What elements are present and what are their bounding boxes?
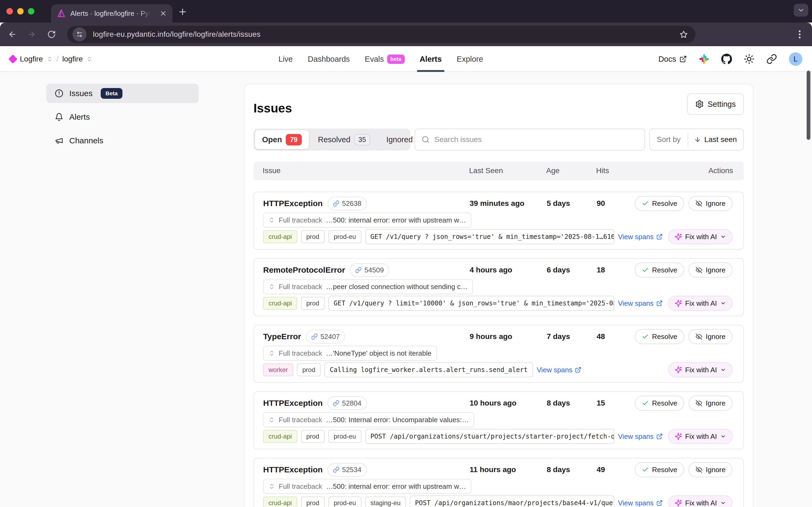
tag[interactable]: prod xyxy=(301,497,325,507)
issue-last-seen: 4 hours ago xyxy=(470,266,512,274)
tab-search-button[interactable] xyxy=(794,4,808,17)
traceback-toggle[interactable]: Full traceback …peer closed connection w… xyxy=(263,279,473,294)
tag[interactable]: prod xyxy=(301,230,325,243)
chevrons-up-down-icon[interactable] xyxy=(47,56,53,62)
nav-evals[interactable]: Evals beta xyxy=(365,46,404,72)
url-bar[interactable]: logfire-eu.pydantic.info/logfire/logfire… xyxy=(67,26,696,43)
link-icon xyxy=(333,200,339,207)
sidebar-item-alerts[interactable]: Alerts xyxy=(46,107,199,127)
column-actions: Actions xyxy=(708,166,733,175)
reload-button[interactable] xyxy=(47,30,56,39)
tab-close-icon[interactable] xyxy=(160,10,167,17)
issue-id-link[interactable]: 52534 xyxy=(328,463,367,477)
share-link-icon[interactable] xyxy=(766,54,777,64)
issue-title: RemoteProtocolError xyxy=(263,266,345,275)
link-icon xyxy=(333,466,339,473)
issue-id-link[interactable]: 52804 xyxy=(328,396,367,410)
fix-with-ai-button[interactable]: Fix with AI xyxy=(668,496,733,507)
nav-live[interactable]: Live xyxy=(278,46,293,72)
issue-hits: 15 xyxy=(597,399,605,407)
sort-by-label: Sort by xyxy=(650,135,688,144)
sort-control[interactable]: Sort by Last seen xyxy=(649,128,744,151)
resolve-button[interactable]: Resolve xyxy=(635,329,684,344)
github-icon[interactable] xyxy=(721,54,732,64)
slack-icon[interactable] xyxy=(699,54,709,64)
tag[interactable]: prod-eu xyxy=(328,497,362,507)
tab-resolved[interactable]: Resolved 35 xyxy=(311,130,377,149)
traceback-toggle[interactable]: Full traceback …'NoneType' object is not… xyxy=(263,346,437,361)
settings-button[interactable]: Settings xyxy=(687,94,744,115)
sidebar-item-channels[interactable]: Channels xyxy=(46,131,199,150)
tag[interactable]: crud-api xyxy=(263,297,297,310)
docs-link[interactable]: Docs xyxy=(658,55,687,64)
fix-with-ai-button[interactable]: Fix with AI xyxy=(668,362,733,377)
page-scrollbar[interactable] xyxy=(807,71,810,140)
org-switcher[interactable]: Logfire xyxy=(20,55,43,63)
traceback-toggle[interactable]: Full traceback …500: internal error: err… xyxy=(263,213,471,228)
tag[interactable]: prod-eu xyxy=(328,230,362,243)
resolve-button[interactable]: Resolve xyxy=(635,462,684,477)
nav-dashboards[interactable]: Dashboards xyxy=(308,46,349,72)
browser-tab[interactable]: Alerts · logfire/logfire · Pydant xyxy=(51,4,172,22)
search-input[interactable] xyxy=(434,135,638,144)
issue-age: 6 days xyxy=(547,266,570,274)
traffic-close-button[interactable] xyxy=(6,8,13,14)
forward-button[interactable] xyxy=(28,30,36,39)
eye-off-icon xyxy=(696,200,702,207)
tag[interactable]: worker xyxy=(263,363,293,376)
tag[interactable]: crud-api xyxy=(263,497,297,507)
nav-explore[interactable]: Explore xyxy=(457,46,483,72)
sort-value[interactable]: Last seen xyxy=(688,135,743,144)
ignore-button[interactable]: Ignore xyxy=(689,196,733,211)
search-issues xyxy=(415,128,645,151)
view-spans-link[interactable]: View spans xyxy=(537,366,582,374)
issue-id-link[interactable]: 52407 xyxy=(306,330,345,344)
tag[interactable]: prod-eu xyxy=(328,430,362,443)
ignore-button[interactable]: Ignore xyxy=(689,396,733,411)
view-spans-link[interactable]: View spans xyxy=(618,432,663,441)
fix-with-ai-button[interactable]: Fix with AI xyxy=(668,229,733,244)
traffic-minimize-button[interactable] xyxy=(17,8,23,14)
tag[interactable]: crud-api xyxy=(263,430,297,443)
fix-with-ai-button[interactable]: Fix with AI xyxy=(668,296,733,311)
ignore-button[interactable]: Ignore xyxy=(689,329,733,344)
chevrons-up-down-icon[interactable] xyxy=(87,56,92,62)
tag[interactable]: crud-api xyxy=(263,230,297,243)
site-info-button[interactable] xyxy=(72,27,87,41)
sidebar-item-issues[interactable]: Issues Beta xyxy=(46,84,199,103)
browser-menu-icon[interactable] xyxy=(795,30,804,39)
resolved-count-badge: 35 xyxy=(354,134,370,146)
bookmark-star-icon[interactable] xyxy=(680,30,688,39)
column-hits: Hits xyxy=(596,166,609,175)
view-spans-link[interactable]: View spans xyxy=(618,233,663,241)
tag[interactable]: prod xyxy=(301,430,325,443)
resolve-button[interactable]: Resolve xyxy=(635,396,684,411)
tag[interactable]: prod xyxy=(301,297,325,310)
ignore-button[interactable]: Ignore xyxy=(689,263,733,278)
ignore-button[interactable]: Ignore xyxy=(689,462,733,477)
traceback-toggle[interactable]: Full traceback …500: internal error: err… xyxy=(263,479,471,494)
tab-ignored[interactable]: Ignored xyxy=(379,130,420,149)
circle-alert-icon xyxy=(55,89,63,98)
view-spans-link[interactable]: View spans xyxy=(618,499,663,507)
tag[interactable]: prod xyxy=(297,363,321,376)
chevron-down-icon xyxy=(720,234,726,240)
view-spans-link[interactable]: View spans xyxy=(618,299,663,307)
tag[interactable]: staging-eu xyxy=(365,497,406,507)
traffic-zoom-button[interactable] xyxy=(28,8,34,14)
resolve-button[interactable]: Resolve xyxy=(635,263,684,278)
fix-with-ai-button[interactable]: Fix with AI xyxy=(668,429,733,444)
back-button[interactable] xyxy=(8,30,17,39)
traceback-toggle[interactable]: Full traceback …500: Internal error: Unc… xyxy=(263,412,474,427)
tab-open[interactable]: Open 79 xyxy=(255,130,309,149)
issue-id-link[interactable]: 52638 xyxy=(328,197,367,211)
new-tab-button[interactable] xyxy=(178,7,187,17)
issue-id-link[interactable]: 54509 xyxy=(350,263,389,277)
resolve-button[interactable]: Resolve xyxy=(635,196,684,211)
user-avatar[interactable]: L xyxy=(789,52,802,66)
project-switcher[interactable]: logfire xyxy=(62,55,83,63)
issue-card: HTTPException 52534 11 hours ago 8 days … xyxy=(254,458,744,507)
issues-list: HTTPException 52638 39 minutes ago 5 day… xyxy=(254,192,744,507)
theme-toggle-sun-icon[interactable] xyxy=(744,54,755,64)
nav-alerts[interactable]: Alerts xyxy=(420,46,442,72)
